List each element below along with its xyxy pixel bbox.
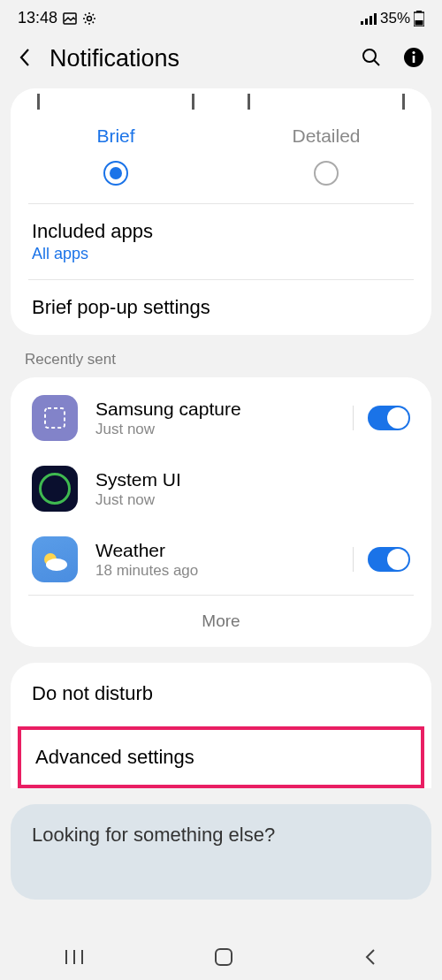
style-detailed-tab[interactable]: Detailed [221, 94, 431, 203]
app-time: Just now [95, 421, 335, 438]
nav-back[interactable] [363, 947, 377, 967]
signal-icon [361, 12, 377, 25]
battery-text: 35% [380, 10, 410, 27]
radio-brief[interactable] [103, 161, 128, 186]
app-row-samsung-capture[interactable]: Samsung capture Just now [11, 383, 431, 453]
svg-rect-5 [374, 13, 377, 25]
nav-home[interactable] [214, 947, 233, 967]
included-apps-row[interactable]: Included apps All apps [11, 204, 431, 279]
svg-rect-12 [413, 56, 415, 63]
svg-point-9 [363, 49, 376, 62]
app-name: Weather [95, 540, 335, 561]
more-button[interactable]: More [11, 596, 431, 647]
svg-rect-4 [370, 16, 372, 25]
app-time: 18 minutes ago [95, 562, 335, 580]
app-row-weather[interactable]: Weather 18 minutes ago [11, 524, 431, 595]
style-brief-label: Brief [11, 125, 221, 147]
included-apps-title: Included apps [32, 220, 410, 243]
brief-popup-title: Brief pop-up settings [32, 296, 410, 319]
advanced-settings-row[interactable]: Advanced settings [21, 730, 421, 785]
back-button[interactable] [18, 47, 32, 72]
svg-rect-3 [365, 19, 368, 25]
status-time: 13:48 [18, 9, 57, 27]
do-not-disturb-row[interactable]: Do not disturb [11, 663, 431, 725]
brief-popup-row[interactable]: Brief pop-up settings [11, 280, 431, 335]
app-row-system-ui[interactable]: System UI Just now [11, 453, 431, 524]
svg-rect-8 [415, 20, 423, 26]
radio-detailed[interactable] [314, 161, 339, 186]
battery-icon [414, 11, 424, 27]
app-name: Samsung capture [95, 399, 335, 420]
app-time: Just now [95, 491, 410, 509]
looking-for-title: Looking for something else? [32, 824, 410, 847]
info-icon[interactable] [403, 47, 424, 72]
nav-recents[interactable] [65, 948, 84, 966]
svg-rect-20 [216, 949, 232, 965]
app-icon-samsung-capture [32, 395, 78, 441]
gear-icon [82, 11, 96, 26]
looking-for-card[interactable]: Looking for something else? [11, 804, 431, 900]
svg-rect-14 [45, 408, 65, 428]
notification-style-card: Brief Detailed Included apps All apps Br… [11, 88, 431, 335]
app-name: System UI [95, 469, 410, 490]
toggle-samsung-capture[interactable] [368, 406, 410, 430]
settings-card: Do not disturb Advanced settings [11, 663, 431, 788]
svg-point-13 [412, 50, 415, 53]
style-brief-tab[interactable]: Brief [11, 94, 221, 203]
svg-rect-2 [361, 21, 363, 25]
page-title: Notifications [50, 45, 343, 72]
app-icon-system-ui [32, 466, 78, 512]
included-apps-value: All apps [32, 245, 410, 263]
app-icon-weather [32, 536, 78, 582]
recently-sent-label: Recently sent [0, 351, 442, 377]
recently-sent-card: Samsung capture Just now System UI Just … [11, 377, 431, 647]
svg-line-10 [374, 60, 379, 65]
svg-point-16 [46, 558, 67, 571]
status-left-icons [63, 11, 96, 26]
image-icon [63, 11, 77, 26]
style-detailed-label: Detailed [221, 125, 431, 147]
advanced-settings-highlight: Advanced settings [18, 726, 424, 788]
header: Notifications [0, 33, 442, 88]
search-icon[interactable] [361, 47, 382, 72]
svg-point-1 [88, 16, 92, 20]
status-bar: 13:48 35% [0, 0, 442, 33]
toggle-weather[interactable] [368, 547, 410, 572]
navigation-bar [0, 934, 442, 980]
